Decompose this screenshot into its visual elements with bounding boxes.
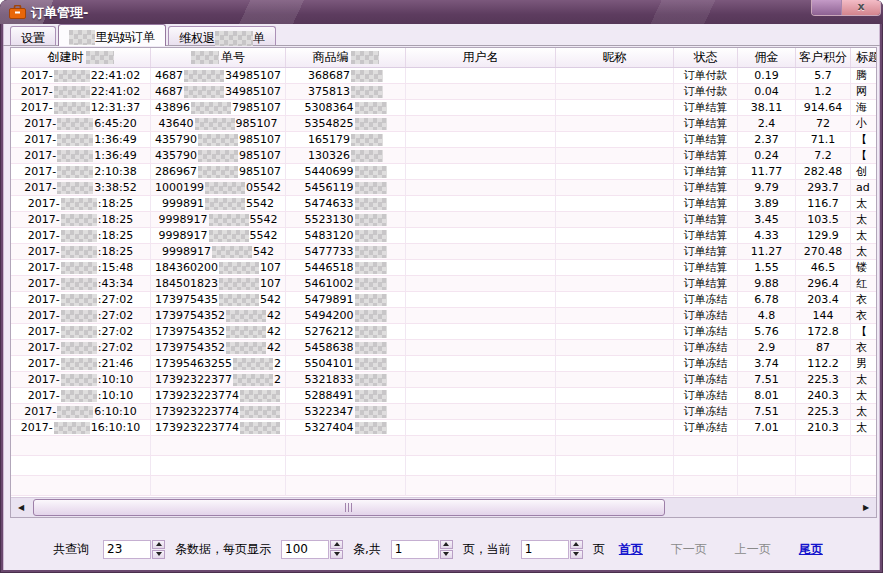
table-row[interactable]: 2017-6:45:20 43640985107 5354825 订单结算 2.… [11, 116, 876, 132]
privacy-blur [226, 342, 266, 354]
cell-nickname [556, 292, 674, 307]
table-row[interactable]: 2017-12:31:37 438967985107 5308364 订单结算 … [11, 100, 876, 116]
cell-points: 7.2 [796, 148, 851, 163]
spin-up-button[interactable] [440, 540, 453, 549]
cell-product-id: 5479891 [286, 292, 406, 307]
spin-up-button[interactable] [152, 540, 165, 549]
cell-title: 海 [851, 100, 876, 115]
scrollbar-track[interactable] [31, 498, 856, 518]
table-row[interactable]: 2017-:27:02 173975435242 5458638 订单冻结 2.… [11, 340, 876, 356]
first-page-link[interactable]: 首页 [619, 541, 643, 558]
cell-username [406, 260, 556, 275]
cell-nickname [556, 68, 674, 83]
cell-status: 订单付款 [674, 84, 738, 99]
cell-username [406, 84, 556, 99]
tab-alimama-orders[interactable]: 里妈妈订单 [58, 24, 166, 46]
col-header-commission[interactable]: 佣金 [738, 48, 796, 67]
cell-commission: 9.79 [738, 180, 796, 195]
spin-down-button[interactable] [570, 550, 583, 559]
spin-down-button[interactable] [440, 550, 453, 559]
table-row[interactable]: 2017-22:41:02 468734985107 375813 订单付款 0… [11, 84, 876, 100]
table-row[interactable]: 2017-2:10:38 286967985107 5440699 订单结算 1… [11, 164, 876, 180]
privacy-blur [351, 134, 383, 146]
privacy-blur [215, 31, 253, 46]
table-row[interactable]: 2017-:21:46 173954632552 5504101 订单冻结 3.… [11, 356, 876, 372]
next-page-link[interactable]: 下一页 [671, 541, 707, 558]
table-row[interactable]: 2017-:18:25 99989175542 5523130 订单结算 3.4… [11, 212, 876, 228]
spin-up-button[interactable] [330, 540, 343, 549]
table-row[interactable]: 2017-1:36:49 435790985107 130326 订单结算 0.… [11, 148, 876, 164]
table-row[interactable]: 2017-:10:10 173923223774 5288491 订单冻结 8.… [11, 388, 876, 404]
page-count-input[interactable] [391, 540, 439, 559]
table-row[interactable]: 2017-:15:48 184360200107 5446518 订单结算 1.… [11, 260, 876, 276]
tab-refund-orders[interactable]: 维权退单 [168, 26, 276, 45]
table-row[interactable] [11, 456, 876, 476]
cell-create-time: 2017-:27:02 [11, 292, 151, 307]
toolbox-icon [9, 5, 26, 19]
cell-username [406, 276, 556, 291]
scroll-right-button[interactable]: ▶ [856, 498, 876, 518]
privacy-blur [355, 230, 387, 242]
table-row[interactable]: 2017-1:36:49 435790985107 165179 订单结算 2.… [11, 132, 876, 148]
table-row[interactable] [11, 476, 876, 496]
cell-create-time: 2017-:18:25 [11, 228, 151, 243]
cell-status: 订单冻结 [674, 356, 738, 371]
cell-username [406, 180, 556, 195]
table-row[interactable]: 2017-22:41:02 468734985107 368687 订单付款 0… [11, 68, 876, 84]
cell-points [796, 436, 851, 455]
table-row[interactable]: 2017-6:10:10 173923223774 5322347 订单冻结 7… [11, 404, 876, 420]
cell-nickname [556, 84, 674, 99]
cell-product-id: 5321833 [286, 372, 406, 387]
title-bar[interactable]: 订单管理- x [0, 0, 883, 24]
close-button[interactable]: x [842, 0, 880, 15]
last-page-link[interactable]: 尾页 [799, 541, 823, 558]
table-row[interactable]: 2017-3:38:52 100019905542 5456119 订单结算 9… [11, 180, 876, 196]
scrollbar-thumb[interactable] [33, 499, 665, 516]
current-page-input[interactable] [521, 540, 569, 559]
spin-down-button[interactable] [152, 550, 165, 559]
cell-order-no: 173975435542 [151, 292, 286, 307]
spin-down-button[interactable] [330, 550, 343, 559]
col-header-create-time[interactable]: 创建时 [11, 48, 151, 67]
privacy-blur [61, 342, 97, 354]
privacy-blur [351, 150, 383, 162]
cell-create-time: 2017-22:41:02 [11, 84, 151, 99]
table-row[interactable]: 2017-:10:10 173923223772 5321833 订单冻结 7.… [11, 372, 876, 388]
col-header-points[interactable]: 客户积分 [796, 48, 851, 67]
total-count-input[interactable] [103, 540, 151, 559]
prev-page-link[interactable]: 上一页 [735, 541, 771, 558]
table-row[interactable]: 2017-:18:25 9998917542 5477733 订单结算 11.2… [11, 244, 876, 260]
cell-points: 1.2 [796, 84, 851, 99]
cell-points: 103.5 [796, 212, 851, 227]
cell-status: 订单结算 [674, 260, 738, 275]
privacy-blur [240, 406, 280, 418]
cell-commission: 7.01 [738, 420, 796, 435]
cell-create-time: 2017-1:36:49 [11, 132, 151, 147]
scroll-left-button[interactable]: ◀ [11, 498, 31, 518]
table-row[interactable]: 2017-:27:02 173975435242 5494200 订单冻结 4.… [11, 308, 876, 324]
tab-settings[interactable]: 设置 [10, 26, 56, 45]
per-page-label: 条数据，每页显示 [175, 541, 271, 558]
table-row[interactable]: 2017-:18:25 9998915542 5474633 订单结算 3.89… [11, 196, 876, 212]
scrollbar-grip [345, 503, 353, 512]
col-header-title[interactable]: 标题 [851, 48, 876, 67]
col-header-username[interactable]: 用户名 [406, 48, 556, 67]
table-row[interactable] [11, 436, 876, 456]
table-row[interactable]: 2017-:27:02 173975435242 5276212 订单冻结 5.… [11, 324, 876, 340]
table-row[interactable]: 2017-:43:34 184501823107 5461002 订单结算 9.… [11, 276, 876, 292]
spin-up-button[interactable] [570, 540, 583, 549]
cell-status: 订单结算 [674, 116, 738, 131]
col-header-nickname[interactable]: 昵称 [556, 48, 674, 67]
col-header-product-id[interactable]: 商品编 [286, 48, 406, 67]
col-header-order-no[interactable]: 单号 [151, 48, 286, 67]
per-page-input[interactable] [281, 540, 329, 559]
table-row[interactable]: 2017-:18:25 99989175542 5483120 订单结算 4.3… [11, 228, 876, 244]
privacy-blur [61, 262, 97, 274]
maximize-button[interactable] [812, 0, 842, 15]
table-row[interactable]: 2017-16:10:10 173923223774 5327404 订单冻结 … [11, 420, 876, 436]
cell-title: 衣 [851, 308, 876, 323]
table-row[interactable]: 2017-:27:02 173975435542 5479891 订单冻结 6.… [11, 292, 876, 308]
col-header-status[interactable]: 状态 [674, 48, 738, 67]
cell-product-id: 165179 [286, 132, 406, 147]
cell-product-id: 5322347 [286, 404, 406, 419]
